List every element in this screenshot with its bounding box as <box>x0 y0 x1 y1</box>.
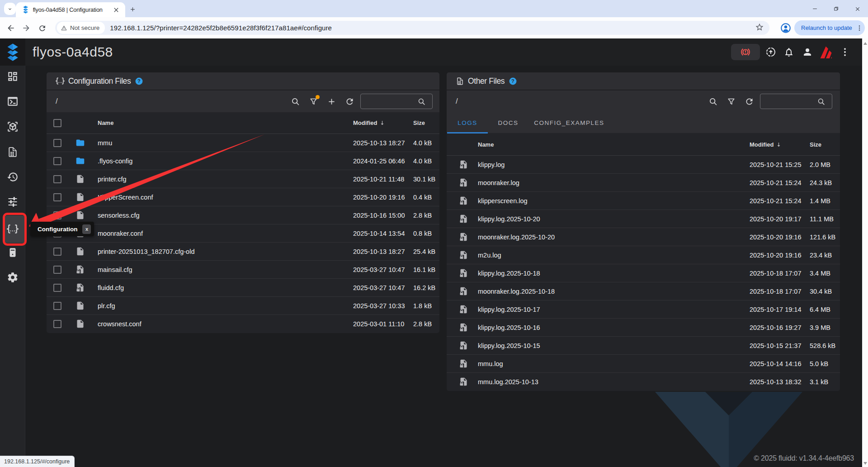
filter-button[interactable] <box>722 93 740 110</box>
window-close-button[interactable] <box>853 5 862 13</box>
user-account-button[interactable] <box>802 47 813 57</box>
row-checkbox[interactable] <box>53 248 61 256</box>
fluidd-logo[interactable] <box>0 38 25 66</box>
scrollbar-down-arrow[interactable] <box>863 462 867 465</box>
config-file-row[interactable]: mainsail.cfg2025-03-27 10:4716.1 kB <box>47 261 439 279</box>
help-icon[interactable]: ? <box>509 77 517 86</box>
column-header-name[interactable]: Name <box>98 112 113 133</box>
window-minimize-button[interactable] <box>811 5 819 13</box>
column-header-modified[interactable]: Modified <box>353 112 386 133</box>
refresh-button[interactable] <box>340 93 359 110</box>
column-header-name[interactable]: Name <box>478 133 494 155</box>
breadcrumb[interactable]: / <box>456 97 458 106</box>
other-file-row[interactable]: m2u.log2025-10-20 19:1623.4 kB <box>447 246 840 264</box>
row-checkbox[interactable] <box>53 302 61 310</box>
config-file-row[interactable]: printer-20251013_182707.cfg-old2025-10-1… <box>47 243 439 261</box>
tab-logs[interactable]: LOGS <box>447 112 488 133</box>
select-all-checkbox[interactable] <box>53 119 61 127</box>
not-secure-chip[interactable]: Not secure <box>57 22 105 34</box>
row-checkbox[interactable] <box>53 139 61 147</box>
config-file-row[interactable]: KlipperScreen.conf2025-10-20 19:160.4 kB <box>47 188 439 206</box>
annotation-highlight-box <box>3 213 27 246</box>
row-checkbox[interactable] <box>53 320 61 328</box>
tab-search-button[interactable] <box>4 3 16 15</box>
row-checkbox[interactable] <box>53 211 61 219</box>
relaunch-to-update-button[interactable]: Relaunch to update <box>794 20 865 35</box>
column-header-size[interactable]: Size <box>810 133 821 155</box>
other-file-row[interactable]: klippy.log.2025-10-162025-10-16 19:273.9… <box>447 319 840 337</box>
tab-config_examples[interactable]: CONFIG_EXAMPLES <box>528 112 610 133</box>
other-file-row[interactable]: klippy.log2025-10-21 15:252.0 MB <box>447 156 840 174</box>
help-icon[interactable]: ? <box>135 77 143 86</box>
file-search-input[interactable] <box>360 94 433 109</box>
column-header-size[interactable]: Size <box>413 112 425 133</box>
scrollbar-up-arrow[interactable] <box>863 42 867 45</box>
config-file-row[interactable]: plr.cfg2025-03-27 10:331.8 kB <box>47 297 439 315</box>
other-file-row[interactable]: mmu.log2025-10-14 14:165.0 kB <box>447 355 840 373</box>
other-file-row[interactable]: klippy.log.2025-10-152025-10-15 21:37528… <box>447 337 840 355</box>
address-bar[interactable]: Not secure 192.168.1.125/?printer=24282e… <box>55 21 769 35</box>
notifications-button[interactable] <box>783 47 794 57</box>
file-name: plr.cfg <box>98 297 115 315</box>
other-file-row[interactable]: moonraker.log.2025-10-202025-10-20 19:16… <box>447 228 840 246</box>
search-button[interactable] <box>704 93 722 110</box>
filter-button[interactable] <box>304 93 322 110</box>
bookmark-star-icon[interactable] <box>755 23 764 32</box>
sidebar-item-settings[interactable] <box>7 272 19 283</box>
config-file-row[interactable]: crowsnest.conf2025-03-01 11:102.8 kB <box>47 315 439 333</box>
config-file-row[interactable]: mmu2025-10-13 18:274.0 kB <box>47 134 439 152</box>
sidebar-item-gcode-preview[interactable] <box>7 121 19 133</box>
sidebar-item-console[interactable] <box>7 95 19 107</box>
chevron-down-icon <box>7 6 13 12</box>
other-file-row[interactable]: klipperscreen.log2025-10-21 15:241.4 MB <box>447 192 840 210</box>
file-name: klippy.log.2025-10-17 <box>478 300 540 319</box>
refresh-button[interactable] <box>740 93 758 110</box>
sidebar-item-tune[interactable] <box>7 196 19 208</box>
sidebar-item-jobs[interactable] <box>7 146 19 158</box>
browser-scrollbar[interactable] <box>862 38 868 467</box>
other-file-row[interactable]: moonraker.log2025-10-21 15:2424.3 kB <box>447 174 840 192</box>
sidebar-item-history[interactable] <box>7 171 19 183</box>
reload-button[interactable] <box>36 22 48 34</box>
fly-brand-button[interactable] <box>820 46 830 57</box>
file-search-input[interactable] <box>760 94 832 109</box>
row-checkbox[interactable] <box>53 193 61 201</box>
column-header-modified[interactable]: Modified <box>750 133 782 155</box>
tooltip-close-badge[interactable]: x <box>82 224 91 234</box>
breadcrumb[interactable]: / <box>56 97 58 106</box>
config-file-row[interactable]: .flyos-config2024-01-25 06:464.0 kB <box>47 152 439 170</box>
emergency-stop-button[interactable] <box>731 44 760 60</box>
config-file-row[interactable]: sensorless.cfg2025-10-16 15:002.8 kB <box>47 206 439 224</box>
config-file-row[interactable]: fluidd.cfg2025-03-27 10:4716.2 kB <box>47 279 439 297</box>
config-file-row[interactable]: moonraker.conf2025-10-14 13:540.8 kB <box>47 224 439 243</box>
other-file-row[interactable]: klippy.log.2025-10-202025-10-20 19:1711.… <box>447 210 840 228</box>
tab-docs[interactable]: DOCS <box>488 112 528 133</box>
plus-button[interactable] <box>322 93 340 110</box>
config-file-row[interactable]: printer.cfg2025-10-21 11:4830.1 kB <box>47 170 439 188</box>
row-checkbox[interactable] <box>53 266 61 274</box>
back-button[interactable] <box>5 22 17 34</box>
sidebar-item-system[interactable] <box>7 247 19 258</box>
user-account-button-icon <box>802 47 813 57</box>
other-file-row[interactable]: moonraker.log.2025-10-182025-10-18 17:07… <box>447 282 840 300</box>
tab-close-icon[interactable] <box>113 6 120 14</box>
other-file-row[interactable]: klippy.log.2025-10-182025-10-18 17:073.4… <box>447 264 840 282</box>
window-maximize-button[interactable] <box>832 5 840 13</box>
row-checkbox[interactable] <box>53 175 61 183</box>
other-file-row[interactable]: klippy.log.2025-10-172025-10-17 19:146.4… <box>447 300 840 319</box>
row-checkbox[interactable] <box>53 157 61 165</box>
file-name: sensorless.cfg <box>98 206 140 224</box>
row-checkbox[interactable] <box>53 284 61 292</box>
other-file-row[interactable]: mmu.log.2025-10-132025-10-13 18:323.1 kB <box>447 373 840 391</box>
printer-name-title[interactable]: flyos-0a4d58 <box>33 38 113 66</box>
app-menu-button[interactable] <box>840 47 850 57</box>
profile-button[interactable] <box>780 22 792 34</box>
new-tab-button[interactable] <box>127 4 138 15</box>
browser-menu-icon[interactable] <box>856 24 863 32</box>
updates-status-button[interactable] <box>765 47 776 57</box>
sidebar-item-dashboard[interactable] <box>7 71 19 82</box>
forward-button[interactable] <box>20 22 32 34</box>
search-button[interactable] <box>286 93 304 110</box>
config-panel-header: Configuration Files? <box>47 72 439 90</box>
browser-tab[interactable]: flyos-0a4d58 | Configuration <box>16 2 125 17</box>
